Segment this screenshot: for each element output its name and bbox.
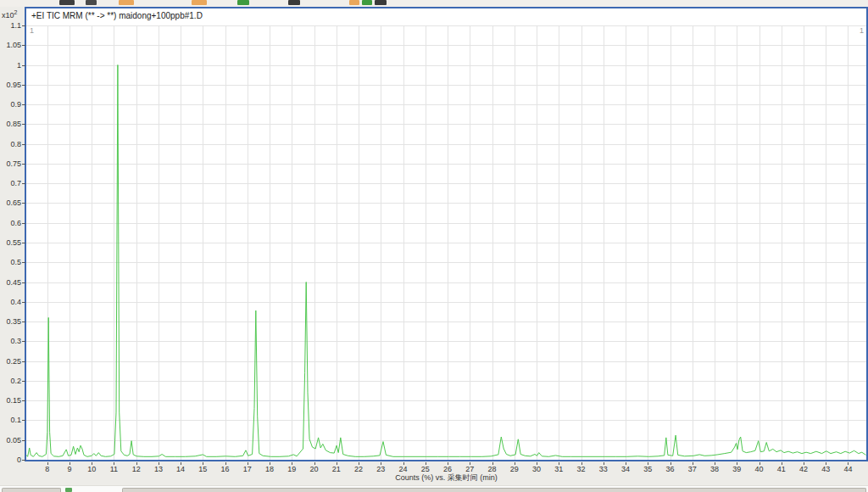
- y-tick-mark: [22, 381, 25, 382]
- y-tick-mark: [22, 124, 25, 125]
- y-tick-label: 1: [0, 61, 21, 70]
- y-tick-label: 0.05: [0, 436, 21, 444]
- y-tick-mark: [22, 164, 25, 165]
- y-tick-mark: [22, 144, 25, 145]
- x-axis-title: Counts (%) vs. 采集时间 (min): [26, 472, 866, 484]
- bottom-tab-strip-clipped: [0, 485, 868, 492]
- chromatogram-icon: [65, 488, 72, 492]
- tic-trace: [26, 65, 866, 457]
- toolbar-icon-fragment[interactable]: [59, 0, 75, 5]
- y-tick-label: 0.2: [0, 377, 21, 385]
- y-tick-label: 0.35: [0, 317, 21, 326]
- y-tick-label: 0.1: [0, 416, 21, 424]
- toolbar-icon-fragment[interactable]: [192, 0, 207, 5]
- y-tick-label: 0.6: [0, 219, 21, 227]
- y-tick-label: 0.65: [0, 198, 21, 207]
- y-tick-label: 0.7: [0, 179, 21, 187]
- y-tick-label: 1.05: [0, 41, 21, 49]
- y-tick-mark: [22, 223, 25, 224]
- pane-number-right: 1: [860, 26, 864, 35]
- y-tick-mark: [22, 282, 25, 283]
- chromatogram-title: +EI TIC MRM (** -> **) maidong+100ppb#1.…: [31, 11, 203, 20]
- y-tick-label: 0.95: [0, 81, 21, 89]
- y-tick-label: 0.75: [0, 159, 21, 168]
- y-axis-multiplier-exponent: 2: [14, 9, 18, 15]
- toolbar-icon-fragment[interactable]: [119, 0, 134, 5]
- toolbar-icon-fragment[interactable]: [237, 0, 249, 5]
- chromatogram-title-bar: +EI TIC MRM (** -> **) maidong+100ppb#1.…: [26, 8, 866, 25]
- application-screen: +EI TIC MRM (** -> **) maidong+100ppb#1.…: [0, 0, 868, 492]
- toolbar-icon-fragment[interactable]: [349, 0, 359, 5]
- y-tick-label: 1.1: [0, 21, 21, 30]
- y-tick-mark: [22, 460, 25, 461]
- y-tick-label: 0.3: [0, 337, 21, 345]
- y-tick-label: 0: [0, 456, 21, 464]
- y-tick-mark: [22, 341, 25, 342]
- y-axis-multiplier: x102: [2, 9, 17, 20]
- toolbar-icon-fragment[interactable]: [362, 0, 372, 5]
- y-tick-mark: [22, 25, 25, 26]
- y-tick-label: 0.5: [0, 258, 21, 266]
- y-tick-mark: [22, 243, 25, 243]
- y-tick-mark: [22, 420, 25, 421]
- y-tick-mark: [22, 440, 25, 441]
- toolbar-icon-fragment[interactable]: [86, 0, 97, 5]
- y-tick-mark: [22, 302, 25, 303]
- y-tick-label: 0.25: [0, 357, 21, 366]
- y-axis-multiplier-prefix: x10: [2, 11, 14, 20]
- y-tick-label: 0.8: [0, 140, 21, 148]
- y-tick-mark: [22, 361, 25, 362]
- toolbar-icon-fragment[interactable]: [288, 0, 300, 5]
- toolbar-icon-fragment[interactable]: [375, 0, 387, 5]
- toolbar-clipped: [0, 0, 868, 7]
- y-tick-label: 0.85: [0, 120, 21, 128]
- y-tick-label: 0.15: [0, 396, 21, 405]
- y-tick-mark: [22, 65, 25, 66]
- y-tick-mark: [22, 400, 25, 401]
- pane-number-left: 1: [30, 26, 34, 35]
- y-tick-label: 0.4: [0, 298, 21, 306]
- y-tick-mark: [22, 85, 25, 86]
- y-tick-label: 0.55: [0, 238, 21, 247]
- bottom-pane-strip[interactable]: [122, 488, 866, 492]
- bottom-tab-button[interactable]: [2, 488, 61, 492]
- y-tick-mark: [22, 104, 25, 105]
- chromatogram-plot-area[interactable]: [26, 25, 866, 460]
- y-tick-mark: [22, 45, 25, 46]
- y-tick-mark: [22, 183, 25, 184]
- y-tick-label: 0.45: [0, 278, 21, 287]
- y-tick-label: 0.9: [0, 100, 21, 109]
- y-tick-mark: [22, 321, 25, 322]
- y-tick-mark: [22, 203, 25, 204]
- y-tick-mark: [22, 262, 25, 263]
